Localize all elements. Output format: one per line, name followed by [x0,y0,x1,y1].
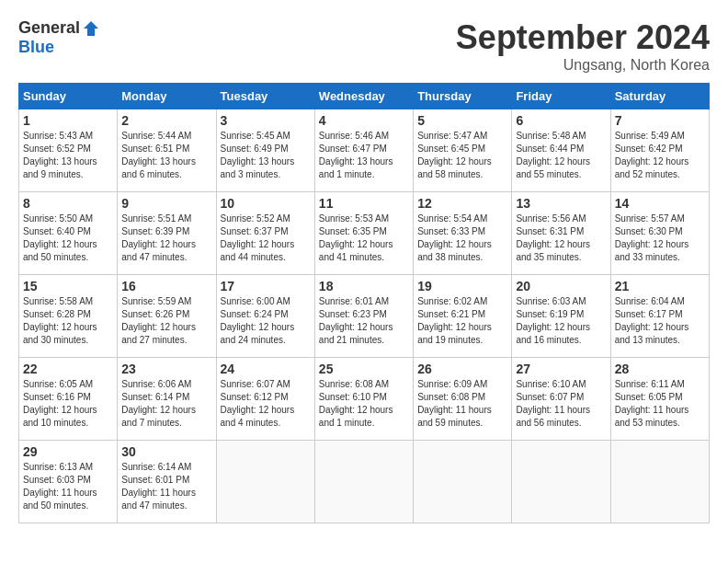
calendar-table: Sunday Monday Tuesday Wednesday Thursday… [18,83,710,523]
day-info: Sunrise: 5:43 AM Sunset: 6:52 PM Dayligh… [23,130,113,181]
calendar-cell: 8 Sunrise: 5:50 AM Sunset: 6:40 PM Dayli… [19,192,118,275]
calendar-cell [610,441,709,523]
day-info: Sunrise: 6:01 AM Sunset: 6:23 PM Dayligh… [319,295,409,347]
day-info: Sunrise: 5:46 AM Sunset: 6:47 PM Dayligh… [319,130,409,181]
day-number: 22 [23,362,113,376]
logo: General Blue [18,18,100,57]
col-sunday: Sunday [19,84,118,109]
day-info: Sunrise: 6:06 AM Sunset: 6:14 PM Dayligh… [121,378,211,430]
day-number: 17 [221,279,311,293]
col-monday: Monday [118,84,216,109]
day-number: 13 [516,196,606,211]
day-info: Sunrise: 6:09 AM Sunset: 6:08 PM Dayligh… [417,378,507,430]
calendar-cell: 23 Sunrise: 6:06 AM Sunset: 6:14 PM Dayl… [118,358,216,441]
day-info: Sunrise: 5:48 AM Sunset: 6:44 PM Dayligh… [516,130,606,181]
day-info: Sunrise: 6:10 AM Sunset: 6:07 PM Dayligh… [516,378,606,430]
calendar-cell: 9 Sunrise: 5:51 AM Sunset: 6:39 PM Dayli… [118,192,216,275]
calendar-cell: 15 Sunrise: 5:58 AM Sunset: 6:28 PM Dayl… [19,275,118,358]
calendar-cell: 17 Sunrise: 6:00 AM Sunset: 6:24 PM Dayl… [216,275,314,358]
day-info: Sunrise: 6:05 AM Sunset: 6:16 PM Dayligh… [23,378,113,430]
day-number: 7 [615,113,705,128]
day-info: Sunrise: 5:47 AM Sunset: 6:45 PM Dayligh… [417,130,507,181]
col-tuesday: Tuesday [216,84,314,109]
day-info: Sunrise: 6:13 AM Sunset: 6:03 PM Dayligh… [23,461,113,512]
col-friday: Friday [512,84,610,109]
day-number: 9 [121,196,211,211]
day-info: Sunrise: 6:14 AM Sunset: 6:01 PM Dayligh… [121,461,211,512]
day-number: 29 [23,444,113,459]
day-number: 27 [516,362,606,376]
calendar-cell: 20 Sunrise: 6:03 AM Sunset: 6:19 PM Dayl… [512,275,610,358]
day-info: Sunrise: 6:04 AM Sunset: 6:17 PM Dayligh… [615,295,705,347]
calendar-cell: 16 Sunrise: 5:59 AM Sunset: 6:26 PM Dayl… [118,275,216,358]
logo-blue-text: Blue [18,38,54,57]
week-row-4: 22 Sunrise: 6:05 AM Sunset: 6:16 PM Dayl… [19,358,710,441]
month-title: September 2024 [456,18,710,57]
day-number: 28 [615,362,705,376]
day-number: 10 [221,196,311,211]
calendar-cell: 22 Sunrise: 6:05 AM Sunset: 6:16 PM Dayl… [19,358,118,441]
calendar-cell: 19 Sunrise: 6:02 AM Sunset: 6:21 PM Dayl… [414,275,512,358]
calendar-cell: 11 Sunrise: 5:53 AM Sunset: 6:35 PM Dayl… [314,192,413,275]
calendar-cell: 24 Sunrise: 6:07 AM Sunset: 6:12 PM Dayl… [216,358,314,441]
location-title: Ungsang, North Korea [456,57,710,74]
col-saturday: Saturday [610,84,709,109]
day-info: Sunrise: 6:00 AM Sunset: 6:24 PM Dayligh… [221,295,311,347]
day-number: 20 [516,279,606,293]
day-info: Sunrise: 5:49 AM Sunset: 6:42 PM Dayligh… [615,130,705,181]
day-number: 11 [319,196,409,211]
day-number: 16 [121,279,211,293]
calendar-cell: 26 Sunrise: 6:09 AM Sunset: 6:08 PM Dayl… [414,358,512,441]
calendar-cell: 18 Sunrise: 6:01 AM Sunset: 6:23 PM Dayl… [314,275,413,358]
day-number: 6 [516,113,606,128]
calendar-cell: 12 Sunrise: 5:54 AM Sunset: 6:33 PM Dayl… [414,192,512,275]
week-row-1: 1 Sunrise: 5:43 AM Sunset: 6:52 PM Dayli… [19,109,710,192]
calendar-cell: 4 Sunrise: 5:46 AM Sunset: 6:47 PM Dayli… [314,109,413,192]
day-number: 2 [121,113,211,128]
svg-marker-0 [84,21,98,36]
day-info: Sunrise: 6:02 AM Sunset: 6:21 PM Dayligh… [417,295,507,347]
day-info: Sunrise: 5:59 AM Sunset: 6:26 PM Dayligh… [121,295,211,347]
calendar-cell: 27 Sunrise: 6:10 AM Sunset: 6:07 PM Dayl… [512,358,610,441]
logo-general-text: General [18,18,80,38]
calendar-cell [512,441,610,523]
day-number: 30 [121,444,211,459]
day-info: Sunrise: 5:51 AM Sunset: 6:39 PM Dayligh… [121,213,211,264]
day-info: Sunrise: 5:50 AM Sunset: 6:40 PM Dayligh… [23,213,113,264]
day-info: Sunrise: 5:45 AM Sunset: 6:49 PM Dayligh… [221,130,311,181]
calendar-cell: 6 Sunrise: 5:48 AM Sunset: 6:44 PM Dayli… [512,109,610,192]
calendar-body: 1 Sunrise: 5:43 AM Sunset: 6:52 PM Dayli… [19,109,710,523]
day-info: Sunrise: 6:03 AM Sunset: 6:19 PM Dayligh… [516,295,606,347]
day-number: 14 [615,196,705,211]
day-info: Sunrise: 6:11 AM Sunset: 6:05 PM Dayligh… [615,378,705,430]
col-wednesday: Wednesday [314,84,413,109]
calendar-cell: 29 Sunrise: 6:13 AM Sunset: 6:03 PM Dayl… [19,441,118,523]
day-number: 5 [417,113,507,128]
day-info: Sunrise: 5:52 AM Sunset: 6:37 PM Dayligh… [221,213,311,264]
calendar-cell [216,441,314,523]
day-number: 8 [23,196,113,211]
day-info: Sunrise: 6:07 AM Sunset: 6:12 PM Dayligh… [221,378,311,430]
calendar-cell: 3 Sunrise: 5:45 AM Sunset: 6:49 PM Dayli… [216,109,314,192]
day-info: Sunrise: 5:54 AM Sunset: 6:33 PM Dayligh… [417,213,507,264]
calendar-cell [414,441,512,523]
week-row-2: 8 Sunrise: 5:50 AM Sunset: 6:40 PM Dayli… [19,192,710,275]
day-number: 18 [319,279,409,293]
calendar-cell [314,441,413,523]
week-row-5: 29 Sunrise: 6:13 AM Sunset: 6:03 PM Dayl… [19,441,710,523]
calendar-cell: 30 Sunrise: 6:14 AM Sunset: 6:01 PM Dayl… [118,441,216,523]
day-info: Sunrise: 6:08 AM Sunset: 6:10 PM Dayligh… [319,378,409,430]
calendar-cell: 1 Sunrise: 5:43 AM Sunset: 6:52 PM Dayli… [19,109,118,192]
day-info: Sunrise: 5:58 AM Sunset: 6:28 PM Dayligh… [23,295,113,347]
day-number: 4 [319,113,409,128]
day-number: 3 [221,113,311,128]
header: General Blue September 2024 Ungsang, Nor… [18,18,710,74]
title-area: September 2024 Ungsang, North Korea [456,18,710,74]
calendar-cell: 21 Sunrise: 6:04 AM Sunset: 6:17 PM Dayl… [610,275,709,358]
calendar-cell: 13 Sunrise: 5:56 AM Sunset: 6:31 PM Dayl… [512,192,610,275]
day-number: 1 [23,113,113,128]
calendar-cell: 28 Sunrise: 6:11 AM Sunset: 6:05 PM Dayl… [610,358,709,441]
calendar-cell: 10 Sunrise: 5:52 AM Sunset: 6:37 PM Dayl… [216,192,314,275]
day-number: 21 [615,279,705,293]
calendar-cell: 2 Sunrise: 5:44 AM Sunset: 6:51 PM Dayli… [118,109,216,192]
